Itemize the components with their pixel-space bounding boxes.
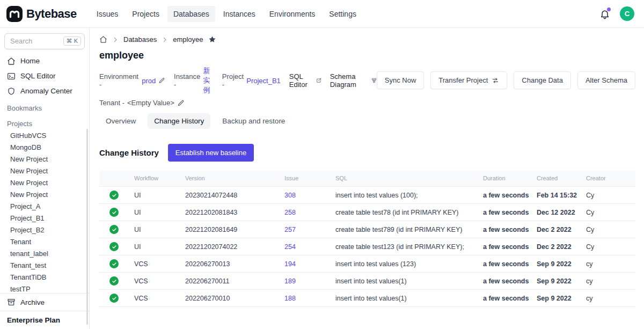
sidebar-project-item[interactable]: TenantTiDB — [0, 272, 89, 283]
change-history-table: Workflow Version Issue SQL Duration Crea… — [99, 170, 635, 307]
cell-sql: create table test789 (id int PRIMARY KEY… — [330, 221, 478, 238]
search-input[interactable] — [10, 37, 61, 45]
nav-item-instances[interactable]: Instances — [217, 6, 261, 22]
sql-editor-link[interactable]: SQL Editor — [289, 72, 321, 89]
change-data-button[interactable]: Change Data — [514, 71, 571, 89]
user-avatar[interactable]: C — [620, 6, 634, 21]
nav-item-projects[interactable]: Projects — [126, 6, 165, 22]
issue-link[interactable]: 194 — [284, 260, 296, 268]
sidebar-project-item[interactable]: New Project — [0, 153, 89, 165]
table-row[interactable]: UI 20221202081649 257 create table test7… — [99, 221, 635, 238]
establish-baseline-button[interactable]: Establish new baseline — [168, 144, 254, 162]
table-row[interactable]: VCS 202206270010 188 insert into test va… — [99, 290, 635, 307]
col-version: Version — [180, 170, 279, 187]
cell-sql: create table test78 (id int PRIMARY KEY) — [330, 204, 478, 221]
transfer-project-button[interactable]: Transfer Project — [430, 71, 507, 89]
sidebar-project-item[interactable]: Project_B1 — [0, 213, 89, 224]
sidebar-project-item[interactable]: New Project — [0, 165, 89, 177]
chevron-right-icon — [112, 36, 119, 43]
cell-created: Dec 2 2022 — [531, 221, 581, 238]
breadcrumb: Databases employee — [99, 28, 635, 47]
sidebar-project-item[interactable]: Tenant_test — [0, 260, 89, 272]
projects-section-label: Projects — [0, 114, 89, 130]
tab-overview[interactable]: Overview — [99, 113, 142, 129]
cell-creator: cy — [581, 255, 635, 273]
sidebar-project-item[interactable]: GitHubVCS — [0, 130, 89, 142]
edit-pencil-icon[interactable] — [158, 77, 165, 84]
nav-item-environments[interactable]: Environments — [264, 6, 321, 22]
sidebar-project-item[interactable]: Project_B2 — [0, 224, 89, 236]
database-meta: Environment - prod Instance - 新实例 Projec… — [99, 66, 377, 107]
project-meta: Project - Project_B1 — [222, 72, 281, 89]
sidebar-project-item[interactable]: tenant_label — [0, 248, 89, 260]
bytebase-logo[interactable]: Bytebase — [6, 6, 77, 22]
table-row[interactable]: VCS 202206270013 194 insert into test va… — [99, 255, 635, 273]
instance-meta: Instance - 新实例 — [174, 66, 214, 95]
tab-backup-restore[interactable]: Backup and restore — [216, 113, 291, 129]
issue-link[interactable]: 258 — [284, 209, 296, 216]
tab-change-history[interactable]: Change History — [148, 113, 210, 129]
cell-workflow: UI — [129, 238, 180, 255]
home-icon[interactable] — [99, 35, 107, 43]
cell-workflow: UI — [129, 187, 180, 204]
change-history-section-head: Change History Establish new baseline — [99, 144, 635, 162]
cell-duration: a few seconds — [478, 273, 531, 290]
table-row[interactable]: UI 20221202074022 254 create table test1… — [99, 238, 635, 255]
nav-item-settings[interactable]: Settings — [323, 6, 362, 22]
cell-created: Feb 14 15:32 — [531, 187, 581, 204]
cell-workflow: UI — [129, 204, 180, 221]
issue-link[interactable]: 189 — [284, 277, 296, 285]
sidebar-item-anomaly-center[interactable]: Anomaly Center — [0, 84, 89, 99]
sidebar-project-item[interactable]: testTP — [0, 283, 89, 293]
nav-item-databases[interactable]: Databases — [167, 6, 215, 22]
environment-link[interactable]: prod — [142, 77, 156, 85]
sidebar-item-sql-editor[interactable]: SQL Editor — [0, 69, 89, 84]
schema-diagram-link[interactable]: Schema Diagram — [330, 72, 377, 89]
table-row[interactable]: UI 20221202081843 258 create table test7… — [99, 204, 635, 221]
cell-workflow: VCS — [129, 255, 180, 273]
sync-now-button[interactable]: Sync Now — [377, 71, 425, 89]
success-check-icon — [109, 259, 119, 268]
issue-link[interactable]: 257 — [284, 226, 296, 233]
nav-item-issues[interactable]: Issues — [91, 6, 124, 22]
col-creator: Creator — [581, 170, 635, 187]
page-title: employee — [99, 50, 635, 61]
issue-link[interactable]: 308 — [284, 192, 296, 199]
tenant-label: Tenant - — [99, 99, 125, 107]
cell-duration: a few seconds — [478, 221, 531, 238]
issue-link[interactable]: 188 — [284, 295, 296, 302]
cell-created: Sep 9 2022 — [531, 255, 581, 273]
sidebar-project-item[interactable]: New Project — [0, 189, 89, 201]
sidebar-project-item[interactable]: New Project — [0, 177, 89, 189]
cell-creator: cy — [581, 290, 635, 307]
transfer-arrows-icon — [492, 77, 499, 84]
sidebar-project-item[interactable]: MongoDB — [0, 142, 89, 153]
sidebar-scrollbar[interactable] — [86, 129, 88, 325]
table-row[interactable]: VCS 202206270011 189 insert into test va… — [99, 273, 635, 290]
sidebar-project-item[interactable]: Tenant — [0, 236, 89, 248]
table-row[interactable]: UI 20230214072448 308 insert into test v… — [99, 187, 635, 204]
breadcrumb-databases[interactable]: Databases — [123, 35, 157, 43]
sidebar-item-archive[interactable]: Archive — [0, 293, 89, 311]
search-shortcut-kbd: ⌘ K — [63, 36, 81, 46]
bookmark-star-icon[interactable] — [208, 35, 216, 43]
notification-dot — [607, 8, 611, 11]
alter-schema-button[interactable]: Alter Schema — [577, 71, 635, 89]
sidebar: ⌘ K Home SQL Editor Anomaly Center Bookm… — [0, 28, 90, 329]
col-issue: Issue — [279, 170, 330, 187]
topbar-right: C — [599, 6, 634, 21]
edit-pencil-icon[interactable] — [177, 99, 185, 107]
change-data-label: Change Data — [522, 76, 563, 84]
instance-link[interactable]: 新实例 — [203, 66, 214, 95]
cell-workflow: VCS — [129, 290, 180, 307]
plan-label[interactable]: Enterprise Plan — [0, 311, 89, 329]
sql-editor-label: SQL Editor — [289, 72, 313, 89]
search-box[interactable]: ⌘ K — [4, 33, 85, 49]
project-link[interactable]: Project_B1 — [246, 77, 281, 85]
sidebar-project-item[interactable]: Project_A — [0, 201, 89, 213]
issue-link[interactable]: 254 — [284, 243, 296, 251]
notification-bell-icon[interactable] — [599, 9, 610, 19]
cell-workflow: VCS — [129, 273, 180, 290]
cell-sql: insert into test values(1) — [330, 290, 478, 307]
sidebar-item-home[interactable]: Home — [0, 54, 89, 69]
